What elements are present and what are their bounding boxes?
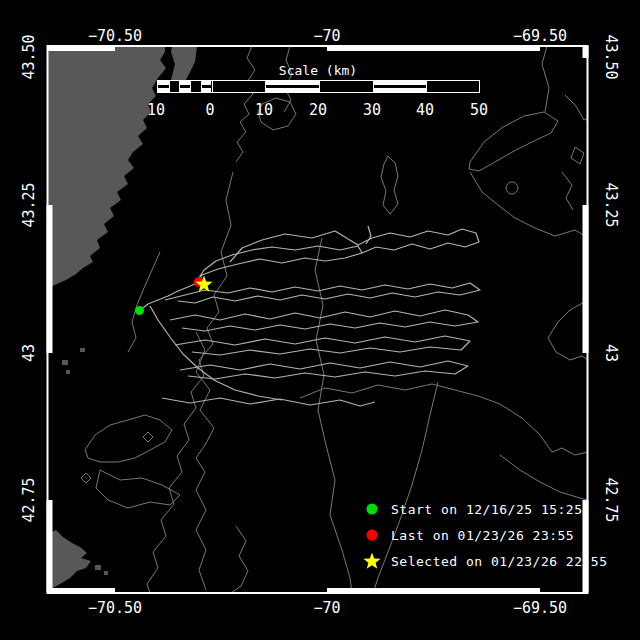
dot-icon bbox=[362, 499, 382, 519]
scale-bar-segment bbox=[158, 81, 169, 92]
bathymetry-contour bbox=[571, 147, 584, 164]
axis-label-top-0: −70.50 bbox=[88, 29, 142, 44]
frame-tick-bar bbox=[48, 588, 116, 594]
frame-tick-bar bbox=[47, 205, 53, 353]
island bbox=[80, 348, 85, 352]
scale-bar-tick-label: 40 bbox=[416, 103, 434, 118]
axis-label-left-1: 43.25 bbox=[22, 182, 37, 227]
scale-bar-tick-label: 30 bbox=[363, 103, 381, 118]
axis-label-left-2: 43 bbox=[22, 344, 37, 362]
legend-item-label: Last on 01/23/26 23:55 bbox=[391, 528, 574, 543]
island bbox=[62, 360, 68, 365]
frame-tick-bar bbox=[583, 46, 589, 58]
scale-bar-segment bbox=[265, 81, 319, 92]
legend-item: Selected on 01/23/26 22:55 bbox=[362, 548, 608, 574]
bathymetry-contour bbox=[315, 238, 352, 593]
bathymetry-contour bbox=[548, 300, 588, 360]
bathymetry-contour bbox=[85, 415, 172, 462]
start-marker[interactable] bbox=[135, 306, 144, 315]
bathymetry-contour bbox=[562, 172, 573, 210]
island bbox=[66, 370, 70, 374]
bathymetry-contour bbox=[128, 252, 160, 352]
bathymetry-contour bbox=[300, 384, 588, 455]
bathymetry-contour bbox=[565, 95, 588, 120]
map-canvas[interactable]: Scale (km) 1001020304050 −70.50−70−69.50… bbox=[0, 0, 640, 640]
scale-bar-segment bbox=[201, 81, 212, 92]
axis-label-top-1: −70 bbox=[313, 29, 340, 44]
frame-tick-bar bbox=[327, 588, 540, 594]
drifter-track[interactable] bbox=[139, 283, 197, 311]
drifter-track[interactable] bbox=[230, 229, 479, 262]
drifter-track[interactable] bbox=[170, 310, 478, 331]
scale-bar-tick-label: 10 bbox=[147, 103, 165, 118]
island bbox=[189, 51, 195, 56]
scale-bar-divider bbox=[212, 81, 213, 92]
scale-bar-segment bbox=[373, 81, 427, 92]
scale-bar-tick-label: 10 bbox=[255, 103, 273, 118]
frame-tick-bar bbox=[327, 45, 540, 51]
axis-label-left-3: 42.75 bbox=[22, 477, 37, 522]
scale-bar-divider bbox=[190, 81, 191, 92]
scale-bar-segment bbox=[179, 81, 190, 92]
axis-label-top-2: −69.50 bbox=[513, 29, 567, 44]
legend-item-label: Start on 12/16/25 15:25 bbox=[391, 502, 583, 517]
axis-label-right-2: 43 bbox=[603, 344, 618, 362]
drifter-track[interactable] bbox=[175, 336, 470, 355]
scale-bar-divider bbox=[169, 81, 170, 92]
axis-label-right-1: 43.25 bbox=[603, 182, 618, 227]
land-polygon bbox=[48, 530, 92, 589]
legend-item: Last on 01/23/26 23:55 bbox=[362, 522, 608, 548]
island bbox=[95, 565, 101, 570]
legend-item-label: Selected on 01/23/26 22:55 bbox=[391, 554, 608, 569]
frame-tick-bar bbox=[48, 45, 116, 51]
scale-bar-tick-label: 50 bbox=[470, 103, 488, 118]
land-polygon bbox=[48, 46, 167, 288]
frame-tick-bar bbox=[47, 500, 53, 592]
bathymetry-contour bbox=[500, 455, 588, 500]
star-icon bbox=[362, 551, 382, 571]
scale-bar-tick-label: 20 bbox=[309, 103, 327, 118]
bathymetry-contour bbox=[96, 470, 180, 508]
scale-bar-divider bbox=[179, 81, 180, 92]
legend: Start on 12/16/25 15:25Last on 01/23/26 … bbox=[362, 496, 608, 574]
bathymetry-contour bbox=[143, 432, 153, 442]
scale-bar-divider bbox=[373, 81, 374, 92]
axis-label-left-0: 43.50 bbox=[22, 34, 37, 79]
axis-label-bottom-1: −70 bbox=[313, 601, 340, 616]
scale-bar-title: Scale (km) bbox=[279, 63, 357, 78]
bathymetry-contour bbox=[236, 46, 255, 162]
scale-bar-divider bbox=[201, 81, 202, 92]
frame-tick-bar bbox=[583, 205, 589, 353]
axis-label-bottom-0: −70.50 bbox=[88, 601, 142, 616]
bathymetry-contour bbox=[231, 526, 248, 593]
axis-label-bottom-2: −69.50 bbox=[513, 601, 567, 616]
axis-label-right-0: 43.50 bbox=[603, 34, 618, 79]
scale-bar-divider bbox=[319, 81, 320, 92]
drifter-track[interactable] bbox=[150, 306, 282, 400]
bathymetry-contour bbox=[542, 46, 549, 112]
bathymetry-contour bbox=[506, 182, 518, 194]
drifter-track[interactable] bbox=[165, 283, 480, 303]
bathymetry-contour bbox=[196, 332, 214, 590]
bathymetry-contour bbox=[381, 156, 398, 214]
drifter-track[interactable] bbox=[366, 226, 371, 244]
bathymetry-contour bbox=[469, 112, 558, 171]
bathymetry-contour bbox=[284, 46, 292, 112]
scale-bar-tick-label: 0 bbox=[205, 103, 214, 118]
scale-bar bbox=[157, 80, 480, 93]
dot-icon bbox=[362, 525, 382, 545]
bathymetry-contour bbox=[81, 473, 91, 483]
drifter-track[interactable] bbox=[162, 398, 375, 406]
scale-bar-divider bbox=[265, 81, 266, 92]
scale-bar-divider bbox=[426, 81, 427, 92]
island bbox=[104, 571, 108, 575]
legend-item: Start on 12/16/25 15:25 bbox=[362, 496, 608, 522]
